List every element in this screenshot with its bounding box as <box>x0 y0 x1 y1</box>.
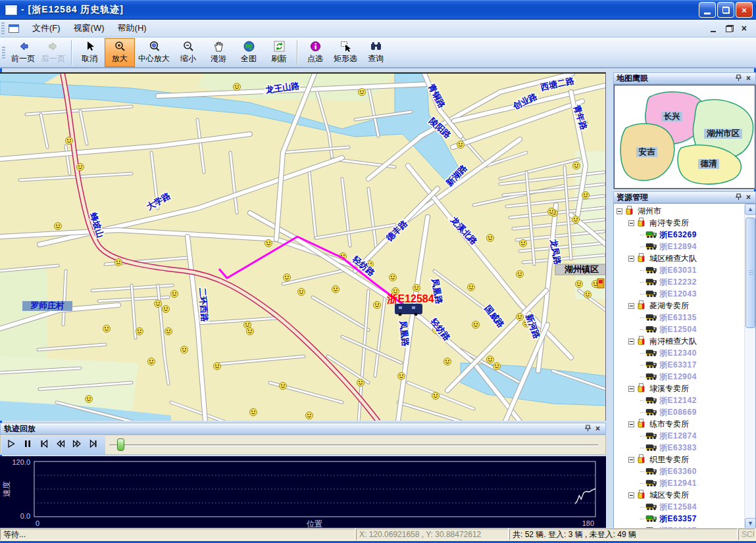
tree-node-group[interactable]: 城区稽查大队 <box>614 252 744 264</box>
tree-node-vehicle[interactable]: 浙E12894 <box>614 241 744 252</box>
tree-node-group[interactable]: 织里专卖所 <box>614 454 744 465</box>
window-title: - [浙E12584 历史轨迹] <box>21 4 124 16</box>
cancel-button[interactable]: 取消 <box>74 38 105 67</box>
poi-smiley-icon <box>582 192 590 199</box>
scroll-thumb[interactable] <box>745 218 755 328</box>
tree-node-vehicle[interactable]: 浙E12504 <box>614 323 744 335</box>
menu-item-1[interactable]: 视窗(W) <box>67 20 111 36</box>
mdi-minimize-icon[interactable] <box>710 25 718 32</box>
mdi-restore-icon[interactable] <box>726 25 734 32</box>
tree-node-group[interactable]: 城区专卖所 <box>614 489 744 501</box>
poi-smiley-icon <box>244 321 251 329</box>
poi-smiley-icon <box>432 392 440 400</box>
pin-icon[interactable] <box>734 74 744 83</box>
minimize-button[interactable] <box>699 2 716 18</box>
play-button[interactable] <box>4 438 18 452</box>
skip-end-button[interactable] <box>86 438 101 452</box>
tree-node-vehicle[interactable]: 浙E12904 <box>614 371 744 383</box>
close-panel-icon[interactable]: × <box>744 193 753 201</box>
collapse-icon[interactable] <box>628 457 634 463</box>
collapse-icon[interactable] <box>628 339 634 344</box>
tree-node-vehicle[interactable]: 浙E12874 <box>614 430 744 442</box>
scroll-up-icon[interactable]: ▲ <box>745 204 756 215</box>
pan-button[interactable]: 漫游 <box>203 38 234 67</box>
status-scroll-lock: SCRL <box>738 529 755 540</box>
tree-node-group[interactable]: 练市专卖所 <box>614 418 744 430</box>
organization-icon <box>636 454 647 465</box>
tree-connector <box>640 448 644 448</box>
tree-node-group[interactable]: 埭溪专卖所 <box>614 383 744 394</box>
tree-node-vehicle[interactable]: 浙E08669 <box>614 406 744 418</box>
tree-node-vehicle[interactable]: 浙E63383 <box>614 442 744 454</box>
pin-icon[interactable] <box>583 425 593 433</box>
zoom-in-button[interactable]: 放大 <box>105 38 135 67</box>
poi-smiley-icon <box>332 286 340 293</box>
rect-select-button[interactable]: 矩形选 <box>330 38 361 67</box>
tree-connector <box>640 329 644 330</box>
collapse-icon[interactable] <box>628 492 634 498</box>
tree-node-group[interactable]: 南浔专卖所 <box>614 217 744 229</box>
truck-icon <box>645 360 657 370</box>
slider-thumb[interactable] <box>117 438 124 451</box>
pause-button[interactable] <box>20 438 35 452</box>
mdi-close-icon[interactable]: × <box>742 25 747 32</box>
toolbar-button-label: 中心放大 <box>138 53 170 64</box>
vehicle-icon[interactable] <box>395 304 422 316</box>
pin-icon[interactable] <box>734 193 744 202</box>
skip-start-button[interactable] <box>37 438 51 452</box>
tree-connector <box>640 247 644 247</box>
tree-node-vehicle[interactable]: 浙E12043 <box>614 288 744 300</box>
playback-slider[interactable] <box>106 436 603 454</box>
tree-connector <box>640 412 644 413</box>
tree-node-vehicle[interactable]: 浙E63360 <box>614 465 744 477</box>
tree-node-vehicle[interactable]: 浙E12340 <box>614 347 744 359</box>
collapse-icon[interactable] <box>617 208 622 214</box>
town-flag-icon <box>597 279 604 288</box>
slider-track[interactable] <box>110 444 599 446</box>
center-zoom-button[interactable]: 中心放大 <box>135 38 173 67</box>
tree-node-group[interactable]: 南浔稽查大队 <box>614 335 744 347</box>
collapse-icon[interactable] <box>628 220 634 226</box>
tree-node-vehicle[interactable]: 浙E12232 <box>614 276 744 288</box>
restore-button[interactable] <box>717 2 734 18</box>
collapse-icon[interactable] <box>628 256 634 262</box>
close-panel-icon[interactable]: × <box>593 425 602 433</box>
tree-node-vehicle[interactable]: 浙E12584 <box>614 501 744 513</box>
collapse-icon[interactable] <box>628 303 634 309</box>
full-map-button[interactable]: 全图 <box>234 38 264 67</box>
poi-smiley-icon <box>265 240 272 247</box>
close-button[interactable]: × <box>736 2 753 18</box>
point-select-button[interactable]: 点选 <box>300 38 330 67</box>
poi-smiley-icon <box>298 289 305 296</box>
close-panel-icon[interactable]: × <box>744 74 753 82</box>
fast-forward-button[interactable] <box>70 438 84 452</box>
rewind-button[interactable] <box>53 438 68 452</box>
tree-node-vehicle[interactable]: 浙E12941 <box>614 477 744 489</box>
tree-node-vehicle[interactable]: 浙E63031 <box>614 264 744 276</box>
refresh-button[interactable]: 刷新 <box>264 38 294 67</box>
tree-node-vehicle[interactable]: 浙E63135 <box>614 312 744 323</box>
map-canvas[interactable]: 龙王山路青铜路陵阳路创业路西塘二路青年路新湖路大学路蜂坡山德丰路龙溪北路轻纺路凤… <box>0 72 606 421</box>
collapse-icon[interactable] <box>628 421 634 427</box>
tree-node-vehicle[interactable]: 浙E63317 <box>614 359 744 371</box>
menu-item-2[interactable]: 帮助(H) <box>111 20 153 36</box>
zoom-out-button[interactable]: 缩小 <box>173 38 203 67</box>
tree-node-vehicle[interactable]: 浙E63357 <box>614 513 744 525</box>
tree-scrollbar[interactable]: ▲ ▼ <box>744 204 755 529</box>
tree-node-vehicle[interactable]: 浙E63269 <box>614 229 744 241</box>
menu-grip[interactable] <box>1 22 5 34</box>
zoom-in-icon <box>114 40 126 53</box>
toolbar-grip[interactable] <box>2 47 5 59</box>
overview-map[interactable]: 长兴湖州市区安吉德清 <box>613 84 756 189</box>
tree-connector <box>640 235 644 235</box>
tree-node-city[interactable]: 湖州市 <box>614 205 744 217</box>
truck-icon <box>645 324 657 335</box>
tree-node-group[interactable]: 菱湖专卖所 <box>614 300 744 312</box>
tree-connector <box>640 377 644 377</box>
query-button[interactable]: 查询 <box>361 38 391 67</box>
tree-node-vehicle[interactable]: 浙E12142 <box>614 394 744 406</box>
prev-page-button[interactable]: 前一页 <box>8 38 38 67</box>
menu-item-0[interactable]: 文件(F) <box>26 20 67 36</box>
toolbar-button-label: 查询 <box>368 53 384 64</box>
collapse-icon[interactable] <box>628 386 634 392</box>
